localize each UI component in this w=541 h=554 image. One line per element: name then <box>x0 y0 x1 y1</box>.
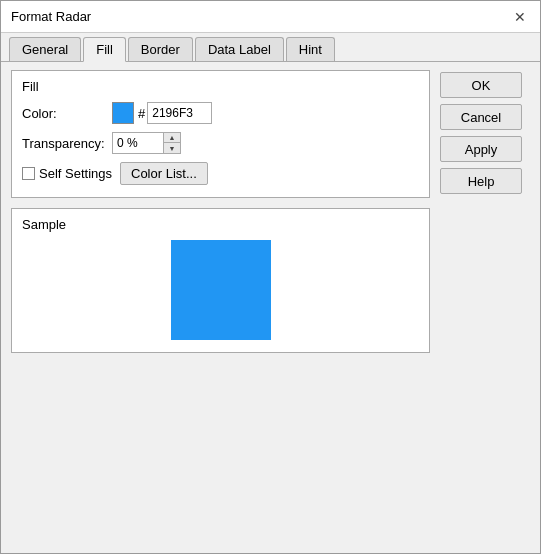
self-settings-row: Self Settings Color List... <box>22 162 419 185</box>
tab-border[interactable]: Border <box>128 37 193 61</box>
tab-data-label[interactable]: Data Label <box>195 37 284 61</box>
color-swatch[interactable] <box>112 102 134 124</box>
action-buttons: OK Cancel Apply Help <box>440 70 530 545</box>
self-settings-checkbox[interactable] <box>22 167 35 180</box>
ok-button[interactable]: OK <box>440 72 522 98</box>
color-row: Color: # <box>22 102 419 124</box>
spinner-up-button[interactable]: ▲ <box>164 133 180 143</box>
color-list-button[interactable]: Color List... <box>120 162 208 185</box>
transparency-input[interactable] <box>113 133 163 153</box>
tab-general[interactable]: General <box>9 37 81 61</box>
left-panels: Fill Color: # Transparency: <box>11 70 430 545</box>
transparency-spinner: ▲ ▼ <box>112 132 181 154</box>
close-button[interactable]: ✕ <box>510 7 530 27</box>
self-settings-checkbox-label[interactable]: Self Settings <box>22 166 112 181</box>
color-hex-input[interactable] <box>147 102 212 124</box>
tab-hint[interactable]: Hint <box>286 37 335 61</box>
sample-group: Sample <box>11 208 430 353</box>
fill-group: Fill Color: # Transparency: <box>11 70 430 198</box>
main-content: Fill Color: # Transparency: <box>1 62 540 553</box>
transparency-row: Transparency: ▲ ▼ <box>22 132 419 154</box>
self-settings-label: Self Settings <box>39 166 112 181</box>
dialog: Format Radar ✕ General Fill Border Data … <box>0 0 541 554</box>
panels-row: Fill Color: # Transparency: <box>11 70 530 545</box>
cancel-button[interactable]: Cancel <box>440 104 522 130</box>
title-bar: Format Radar ✕ <box>1 1 540 33</box>
tab-fill[interactable]: Fill <box>83 37 126 62</box>
color-label: Color: <box>22 106 112 121</box>
help-button[interactable]: Help <box>440 168 522 194</box>
spinner-arrows: ▲ ▼ <box>163 133 180 153</box>
sample-label: Sample <box>22 217 66 232</box>
transparency-label: Transparency: <box>22 136 112 151</box>
hash-sign: # <box>138 106 145 121</box>
spinner-down-button[interactable]: ▼ <box>164 143 180 153</box>
dialog-title: Format Radar <box>11 9 91 24</box>
apply-button[interactable]: Apply <box>440 136 522 162</box>
fill-legend: Fill <box>22 79 419 94</box>
tabs-bar: General Fill Border Data Label Hint <box>1 33 540 62</box>
sample-box <box>171 240 271 340</box>
